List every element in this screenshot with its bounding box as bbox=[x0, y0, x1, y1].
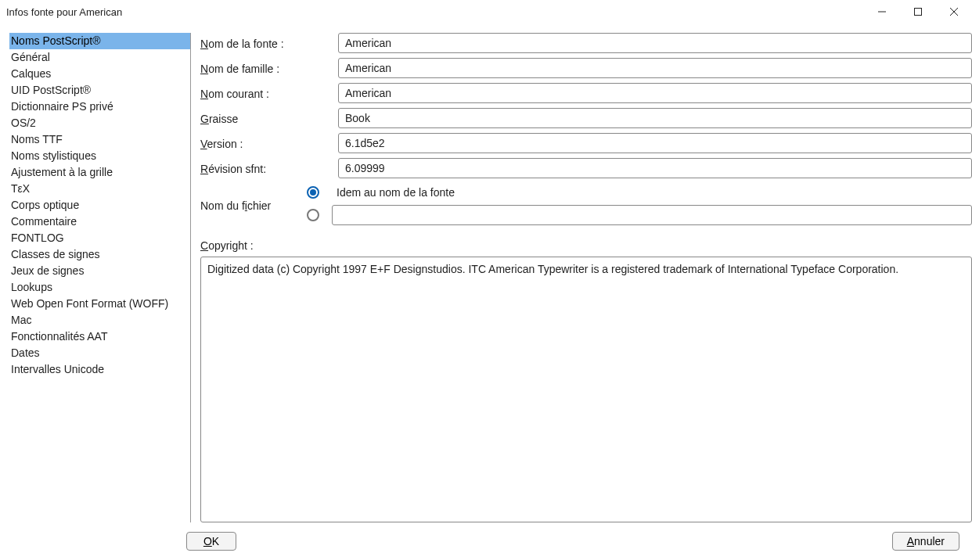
form-area: Nom de la fonte : Nom de famille : Nom c… bbox=[191, 33, 972, 522]
cancel-button[interactable]: Annuler bbox=[892, 532, 959, 551]
copyright-label: Copyright : bbox=[200, 236, 972, 253]
family-label: Nom de famille : bbox=[200, 59, 332, 77]
sidebar-item[interactable]: Noms stylistiques bbox=[9, 148, 190, 164]
filename-row: Nom du fichier Idem au nom de la fonte bbox=[200, 186, 972, 225]
svg-rect-1 bbox=[915, 9, 922, 16]
titlebar: Infos fonte pour American bbox=[0, 0, 972, 23]
radio-custom-filename[interactable] bbox=[294, 209, 332, 221]
fullname-input[interactable] bbox=[338, 83, 972, 103]
radio-icon bbox=[307, 186, 319, 199]
ok-button[interactable]: OK bbox=[186, 532, 236, 551]
minimize-button[interactable] bbox=[864, 0, 900, 23]
sidebar-item[interactable]: Classes de signes bbox=[9, 246, 190, 263]
radio-icon bbox=[307, 209, 319, 221]
sidebar: Noms PostScript®GénéralCalquesUID PostSc… bbox=[9, 33, 191, 522]
copyright-textarea[interactable] bbox=[200, 257, 972, 522]
button-row: OK Annuler bbox=[0, 524, 972, 560]
sfnt-input[interactable] bbox=[338, 158, 972, 178]
sidebar-item[interactable]: TεX bbox=[9, 181, 190, 197]
sidebar-item[interactable]: Noms TTF bbox=[9, 131, 190, 148]
sidebar-item[interactable]: Dictionnaire PS privé bbox=[9, 99, 190, 115]
custom-filename-input[interactable] bbox=[332, 205, 972, 225]
fontname-label: Nom de la fonte : bbox=[200, 34, 332, 52]
maximize-button[interactable] bbox=[900, 0, 936, 23]
sidebar-item[interactable]: Mac bbox=[9, 312, 190, 328]
weight-label: Graisse bbox=[200, 109, 332, 127]
weight-input[interactable] bbox=[338, 108, 972, 128]
sidebar-item[interactable]: UID PostScript® bbox=[9, 82, 190, 99]
sidebar-item[interactable]: Fonctionnalités AAT bbox=[9, 328, 190, 345]
sidebar-item[interactable]: Dates bbox=[9, 345, 190, 361]
fullname-label: Nom courant : bbox=[200, 84, 332, 102]
sidebar-item[interactable]: Commentaire bbox=[9, 214, 190, 230]
window-controls bbox=[864, 0, 972, 23]
dialog-body: Noms PostScript®GénéralCalquesUID PostSc… bbox=[0, 23, 972, 522]
sidebar-item[interactable]: Lookups bbox=[9, 279, 190, 296]
filename-label: Nom du fichier bbox=[200, 196, 294, 215]
sidebar-item[interactable]: Ajustement à la grille bbox=[9, 164, 190, 181]
sidebar-item[interactable]: Général bbox=[9, 49, 190, 66]
sidebar-item[interactable]: OS/2 bbox=[9, 115, 190, 131]
sidebar-item[interactable]: Jeux de signes bbox=[9, 263, 190, 279]
radio-same-as-fontname[interactable] bbox=[294, 186, 332, 199]
radio-same-as-fontname-label: Idem au nom de la fonte bbox=[332, 186, 972, 199]
window-title: Infos fonte pour American bbox=[6, 6, 122, 18]
sfnt-label: Révision sfnt: bbox=[200, 160, 332, 177]
sidebar-item[interactable]: Corps optique bbox=[9, 197, 190, 214]
fontname-input[interactable] bbox=[338, 33, 972, 53]
sidebar-item[interactable]: Web Open Font Format (WOFF) bbox=[9, 296, 190, 312]
close-button[interactable] bbox=[936, 0, 972, 23]
sidebar-item[interactable]: FONTLOG bbox=[9, 230, 190, 246]
form-grid: Nom de la fonte : Nom de famille : Nom c… bbox=[200, 33, 972, 178]
family-input[interactable] bbox=[338, 58, 972, 78]
sidebar-item[interactable]: Noms PostScript® bbox=[9, 33, 190, 49]
sidebar-item[interactable]: Intervalles Unicode bbox=[9, 361, 190, 378]
version-label: Version : bbox=[200, 135, 332, 152]
sidebar-item[interactable]: Calques bbox=[9, 66, 190, 82]
version-input[interactable] bbox=[338, 133, 972, 153]
